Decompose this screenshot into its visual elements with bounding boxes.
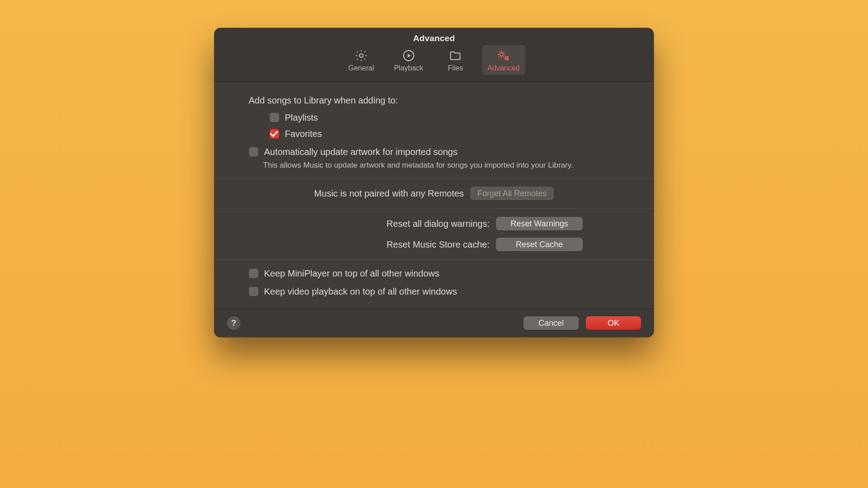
folder-icon — [448, 49, 462, 62]
tab-general[interactable]: General — [343, 45, 379, 75]
tab-general-label: General — [348, 64, 374, 72]
divider — [214, 178, 654, 178]
gear-icon — [354, 49, 368, 62]
reset-warnings-row: Reset all dialog warnings: Reset Warning… — [231, 211, 637, 237]
remotes-row: Music is not paired with any Remotes For… — [231, 180, 637, 206]
favorites-row: Favorites — [269, 127, 637, 141]
add-songs-heading: Add songs to Library when adding to: — [249, 95, 637, 106]
favorites-label: Favorites — [285, 127, 322, 141]
auto-artwork-row: Automatically update artwork for importe… — [249, 145, 637, 159]
preferences-tabs: General Playback — [214, 45, 654, 78]
footer: ? Cancel OK — [214, 309, 654, 337]
auto-artwork-checkbox[interactable] — [249, 147, 259, 157]
reset-warnings-button[interactable]: Reset Warnings — [496, 217, 583, 230]
advanced-preferences-window: Advanced General — [214, 28, 654, 337]
content-area: Add songs to Library when adding to: Pla… — [214, 82, 654, 309]
forget-remotes-button[interactable]: Forget All Remotes — [470, 187, 554, 200]
play-circle-icon — [402, 49, 415, 62]
tab-files[interactable]: Files — [438, 45, 473, 75]
playlists-label: Playlists — [285, 110, 318, 125]
auto-artwork-label: Automatically update artwork for importe… — [264, 145, 458, 159]
auto-artwork-note: This allows Music to update artwork and … — [263, 161, 637, 170]
svg-point-2 — [500, 53, 503, 56]
help-button[interactable]: ? — [227, 316, 241, 330]
miniplayer-on-top-label: Keep MiniPlayer on top of all other wind… — [264, 266, 439, 281]
video-on-top-row: Keep video playback on top of all other … — [249, 284, 637, 299]
window-title: Advanced — [214, 33, 654, 43]
video-on-top-label: Keep video playback on top of all other … — [264, 284, 457, 299]
video-on-top-checkbox[interactable] — [249, 286, 259, 296]
playlists-row: Playlists — [269, 110, 637, 125]
svg-point-0 — [359, 54, 363, 57]
double-gear-icon — [496, 49, 511, 62]
divider — [214, 208, 654, 209]
tab-advanced[interactable]: Advanced — [482, 45, 525, 75]
cancel-button[interactable]: Cancel — [524, 316, 579, 330]
remotes-status: Music is not paired with any Remotes — [314, 188, 464, 199]
reset-cache-button[interactable]: Reset Cache — [496, 238, 583, 251]
miniplayer-on-top-checkbox[interactable] — [249, 268, 259, 278]
reset-cache-row: Reset Music Store cache: Reset Cache — [231, 237, 637, 258]
reset-cache-label: Reset Music Store cache: — [291, 239, 490, 250]
playlists-checkbox[interactable] — [269, 113, 279, 122]
miniplayer-on-top-row: Keep MiniPlayer on top of all other wind… — [249, 266, 637, 281]
tab-playback[interactable]: Playback — [388, 45, 429, 75]
ok-button[interactable]: OK — [586, 316, 641, 330]
tab-files-label: Files — [448, 64, 463, 72]
tab-advanced-label: Advanced — [487, 64, 519, 72]
favorites-checkbox[interactable] — [269, 129, 279, 139]
titlebar: Advanced General — [214, 28, 654, 82]
tab-playback-label: Playback — [394, 64, 423, 72]
svg-point-3 — [506, 57, 508, 59]
reset-warnings-label: Reset all dialog warnings: — [291, 219, 490, 229]
divider — [214, 259, 654, 260]
